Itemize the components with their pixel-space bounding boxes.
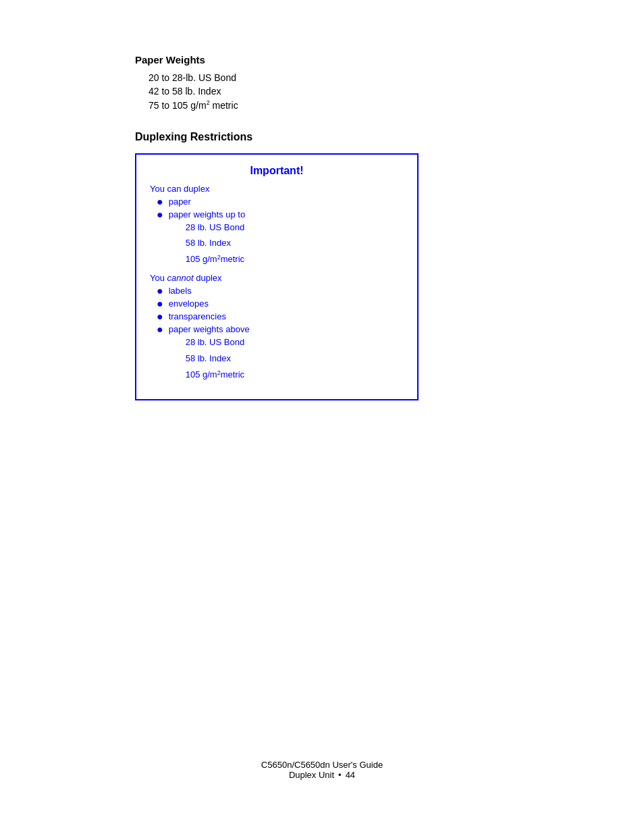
can-duplex-paper-label: paper [169,197,191,207]
can-sub-item-1: 28 lb. US Bond [186,221,245,235]
can-duplex-weights-sublist: 28 lb. US Bond 58 lb. Index 105 g/m2 met… [169,221,245,267]
can-sub-item-2: 58 lb. Index [186,236,245,251]
cannot-duplex-label: You cannot duplex [150,273,404,283]
footer-page-number: 44 [346,770,355,780]
cannot-transparencies-label: transparencies [169,311,226,321]
bullet-icon: ● [157,197,163,207]
cannot-duplex-item-transparencies: ● transparencies [157,311,404,322]
cannot-duplex-item-labels: ● labels [157,286,404,296]
bullet-icon: ● [157,209,163,220]
paper-weight-item-1: 20 to 28-lb. US Bond [149,72,576,83]
paper-weight-item-2: 42 to 58 lb. Index [149,86,576,97]
important-box: Important! You can duplex ● paper ● pape… [135,153,419,401]
cannot-duplex-list: ● labels ● envelopes ● transparencies ● … [150,286,404,384]
bullet-icon: ● [157,286,163,296]
footer: C5650n/C5650dn User's Guide Duplex Unit … [0,760,644,780]
cannot-labels-label: labels [169,286,192,296]
cannot-sub-item-2: 58 lb. Index [186,352,250,366]
cannot-duplex-item-weights: ● paper weights above 28 lb. US Bond 58 … [157,324,404,384]
paper-weights-list: 20 to 28-lb. US Bond 42 to 58 lb. Index … [135,72,576,111]
duplexing-restrictions-title: Duplexing Restrictions [135,131,576,143]
can-duplex-label: You can duplex [150,184,404,194]
duplexing-restrictions-section: Duplexing Restrictions Important! You ca… [135,131,576,401]
bullet-icon: ● [157,298,163,309]
page: Paper Weights 20 to 28-lb. US Bond 42 to… [0,0,644,834]
important-heading: Important! [150,165,404,177]
can-sub-item-3: 105 g/m2 metric [186,253,245,267]
cannot-weights-label: paper weights above [169,324,250,334]
footer-duplex-unit: Duplex Unit [289,770,334,780]
cannot-sub-item-3: 105 g/m2 metric [186,368,250,382]
can-duplex-weights-label: paper weights up to [169,209,245,219]
footer-bullet: • [338,770,342,780]
paper-weights-section: Paper Weights 20 to 28-lb. US Bond 42 to… [135,54,576,111]
can-duplex-item-weights: ● paper weights up to 28 lb. US Bond 58 … [157,209,404,269]
bullet-icon: ● [157,324,163,335]
cannot-duplex-item-envelopes: ● envelopes [157,298,404,309]
cannot-sub-item-1: 28 lb. US Bond [186,336,250,350]
bullet-icon: ● [157,311,163,322]
can-duplex-item-paper: ● paper [157,197,404,207]
footer-line1: C5650n/C5650dn User's Guide [0,760,644,770]
paper-weight-item-3: 75 to 105 g/m2 metric [149,99,576,111]
can-duplex-list: ● paper ● paper weights up to 28 lb. US … [150,197,404,269]
footer-line2: Duplex Unit • 44 [0,770,644,780]
cannot-weights-sublist: 28 lb. US Bond 58 lb. Index 105 g/m2 met… [169,336,250,382]
cannot-envelopes-label: envelopes [169,298,209,309]
paper-weights-title: Paper Weights [135,54,576,66]
